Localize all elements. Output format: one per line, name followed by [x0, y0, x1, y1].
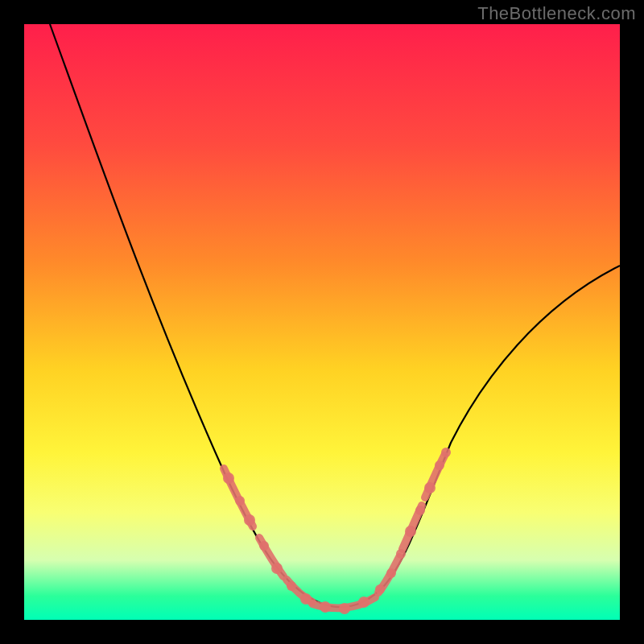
plot-area	[24, 24, 620, 620]
highlight-dot	[235, 496, 245, 506]
highlight-dot	[244, 514, 255, 526]
highlight-dot	[386, 568, 396, 578]
highlight-dot	[441, 448, 451, 457]
highlight-dot	[405, 526, 416, 537]
highlight-dot	[435, 460, 444, 470]
highlight-dot	[424, 482, 436, 493]
highlight-dot	[300, 593, 312, 605]
highlight-dot	[358, 597, 369, 608]
highlight-dot	[396, 549, 406, 559]
highlight-dot	[287, 581, 296, 591]
highlight-dot	[320, 601, 331, 613]
highlight-dot	[375, 584, 385, 594]
curve-svg	[24, 24, 620, 620]
highlight-dot	[259, 541, 269, 551]
highlight-dot	[223, 473, 234, 484]
highlight-dot	[415, 506, 425, 515]
watermark-text: TheBottleneck.com	[477, 3, 636, 24]
highlight-dot	[339, 603, 350, 614]
chart-frame: TheBottleneck.com	[0, 0, 644, 644]
highlight-dot	[271, 563, 283, 574]
bottleneck-curve	[50, 24, 620, 607]
